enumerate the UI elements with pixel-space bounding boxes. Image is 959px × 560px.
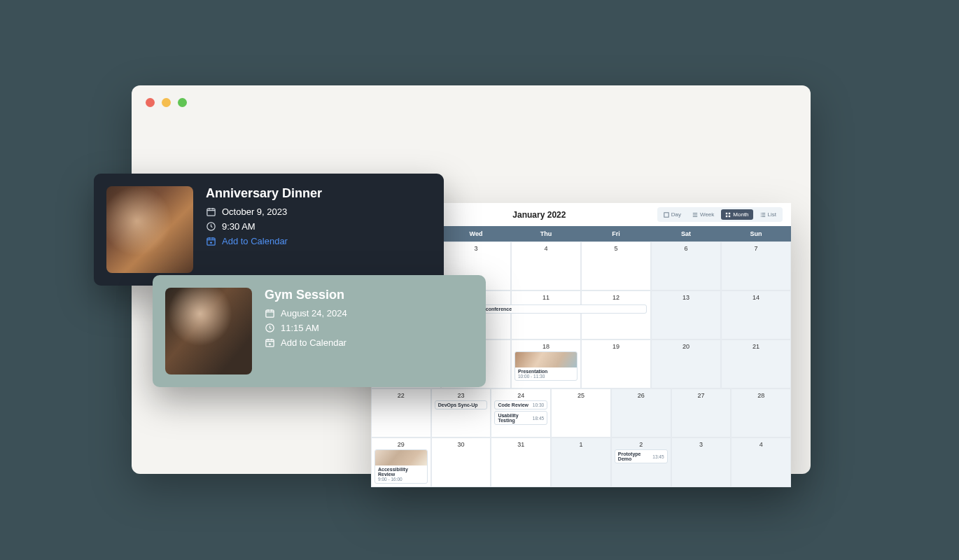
day-number: 2 bbox=[615, 441, 668, 448]
calendar-day-cell[interactable]: 4 bbox=[731, 438, 791, 487]
calendar-day-cell[interactable]: 12 bbox=[581, 290, 651, 340]
window-close-button[interactable] bbox=[146, 98, 155, 107]
event-chip-title: DevOps Sync-Up bbox=[438, 402, 478, 407]
window-chrome bbox=[132, 85, 811, 119]
day-number: 4 bbox=[514, 245, 578, 252]
week-icon bbox=[692, 212, 698, 218]
view-week-button[interactable]: Week bbox=[688, 209, 718, 220]
calendar-day-cell[interactable]: 6 bbox=[651, 241, 721, 290]
day-number: 23 bbox=[435, 392, 488, 399]
view-list-label: List bbox=[768, 211, 776, 218]
calendar-day-cell[interactable]: 31 bbox=[491, 438, 551, 487]
calendar-event-thumb[interactable]: Accessibility Review9:00 - 16:00 bbox=[374, 449, 428, 484]
calendar-day-cell[interactable]: 20 bbox=[651, 340, 721, 388]
add-to-calendar-button[interactable]: Add to Calendar bbox=[206, 236, 322, 246]
day-number: 12 bbox=[584, 294, 648, 301]
weekday-header: Sun bbox=[721, 226, 791, 241]
event-thumb-title: Accessibility Review bbox=[378, 467, 424, 477]
calendar-event-chip[interactable]: Prototype Demo13:45 bbox=[615, 449, 668, 463]
window-minimize-button[interactable] bbox=[162, 98, 171, 107]
calendar-day-cell[interactable]: 7 bbox=[721, 241, 791, 290]
calendar-add-icon bbox=[206, 236, 216, 246]
calendar-day-cell[interactable]: 22 bbox=[371, 388, 431, 438]
event-chip-title: Prototype Demo bbox=[618, 451, 652, 461]
calendar-day-cell[interactable]: 29Accessibility Review9:00 - 16:00 bbox=[371, 438, 431, 487]
svg-rect-2 bbox=[729, 212, 730, 214]
calendar-day-cell[interactable]: 26 bbox=[611, 388, 671, 438]
traffic-lights bbox=[146, 98, 187, 107]
calendar-event-thumb[interactable]: Presentation10:00 - 11:30 bbox=[514, 351, 578, 381]
calendar-day-cell[interactable]: 23DevOps Sync-Up bbox=[431, 388, 491, 438]
calendar-day-cell[interactable]: 5 bbox=[581, 241, 651, 290]
day-number: 19 bbox=[584, 343, 648, 350]
calendar-day-cell[interactable]: 3 bbox=[671, 438, 732, 487]
event-time: 11:15 AM bbox=[281, 323, 319, 333]
weekday-header: Thu bbox=[511, 226, 581, 241]
add-to-calendar-label: Add to Calendar bbox=[222, 236, 288, 246]
day-icon bbox=[664, 212, 669, 218]
day-number: 27 bbox=[675, 392, 728, 399]
day-number: 1 bbox=[554, 441, 608, 448]
svg-rect-1 bbox=[726, 212, 727, 214]
event-date-row: August 24, 2024 bbox=[265, 308, 347, 318]
calendar-event-chip[interactable]: DevOps Sync-Up bbox=[435, 400, 488, 410]
calendar-day-cell[interactable]: 24Code Review10:30Usability Testing18:45 bbox=[491, 388, 551, 438]
calendar-icon bbox=[206, 206, 216, 217]
calendar-day-cell[interactable]: 13 bbox=[651, 290, 721, 340]
day-number: 7 bbox=[724, 245, 788, 252]
calendar-event-chip[interactable]: Code Review10:30 bbox=[494, 400, 547, 410]
calendar-day-cell[interactable]: 14 bbox=[721, 290, 791, 340]
view-list-button[interactable]: List bbox=[756, 209, 780, 220]
calendar-day-cell[interactable]: 4 bbox=[511, 241, 581, 290]
month-icon bbox=[725, 212, 731, 218]
event-title: Gym Session bbox=[265, 288, 347, 302]
event-chip-title: Usability Testing bbox=[498, 413, 532, 423]
event-body: Anniversary Dinner October 9, 2023 9:30 … bbox=[206, 186, 322, 273]
calendar-day-cell[interactable]: 21 bbox=[721, 340, 791, 388]
calendar-day-cell[interactable]: 11 bbox=[511, 290, 581, 340]
event-card-gym: Gym Session August 24, 2024 11:15 AM Add… bbox=[153, 275, 486, 387]
calendar-title: January 2022 bbox=[421, 210, 657, 220]
calendar-event-chip[interactable]: Usability Testing18:45 bbox=[494, 411, 547, 425]
day-number: 28 bbox=[734, 392, 788, 399]
day-number: 24 bbox=[494, 392, 547, 399]
event-chip-title: Code Review bbox=[498, 402, 528, 407]
view-day-button[interactable]: Day bbox=[659, 209, 685, 220]
day-number: 3 bbox=[675, 441, 728, 448]
svg-rect-0 bbox=[664, 212, 668, 216]
svg-rect-8 bbox=[266, 310, 274, 317]
calendar-day-cell[interactable]: 18Presentation10:00 - 11:30 bbox=[511, 340, 581, 388]
day-number: 3 bbox=[444, 245, 507, 252]
calendar-day-cell[interactable]: 28 bbox=[731, 388, 791, 438]
day-number: 25 bbox=[554, 392, 608, 399]
add-to-calendar-button[interactable]: Add to Calendar bbox=[265, 337, 347, 348]
event-time-row: 9:30 AM bbox=[206, 221, 322, 232]
day-number: 4 bbox=[734, 441, 788, 448]
day-number: 18 bbox=[514, 343, 578, 350]
event-card-anniversary: Anniversary Dinner October 9, 2023 9:30 … bbox=[94, 174, 444, 286]
weekday-header: Sat bbox=[651, 226, 721, 241]
calendar-day-cell[interactable]: 1 bbox=[551, 438, 611, 487]
calendar-day-cell[interactable]: 25 bbox=[551, 388, 611, 438]
event-thumb-range: 9:00 - 16:00 bbox=[378, 477, 424, 482]
calendar-day-cell[interactable]: 27 bbox=[671, 388, 732, 438]
window-maximize-button[interactable] bbox=[178, 98, 187, 107]
view-switcher: Day Week Month List bbox=[657, 207, 783, 222]
day-number: 26 bbox=[615, 392, 668, 399]
event-image-gym bbox=[165, 288, 252, 374]
calendar-week-row: 29Accessibility Review9:00 - 16:00303112… bbox=[371, 438, 791, 487]
day-number: 31 bbox=[494, 441, 547, 448]
day-number: 6 bbox=[654, 245, 718, 252]
clock-icon bbox=[206, 221, 216, 232]
event-body: Gym Session August 24, 2024 11:15 AM Add… bbox=[265, 288, 347, 374]
calendar-week-row: 2223DevOps Sync-Up24Code Review10:30Usab… bbox=[371, 388, 791, 438]
calendar-day-cell[interactable]: 30 bbox=[431, 438, 491, 487]
event-time: 9:30 AM bbox=[222, 221, 255, 232]
calendar-day-cell[interactable]: 2Prototype Demo13:45 bbox=[611, 438, 671, 487]
day-number: 13 bbox=[654, 294, 718, 301]
calendar-day-cell[interactable]: 19 bbox=[581, 340, 651, 388]
calendar-icon bbox=[265, 308, 275, 318]
event-date: October 9, 2023 bbox=[222, 206, 287, 217]
view-month-button[interactable]: Month bbox=[721, 209, 752, 220]
weekday-header: Fri bbox=[581, 226, 651, 241]
